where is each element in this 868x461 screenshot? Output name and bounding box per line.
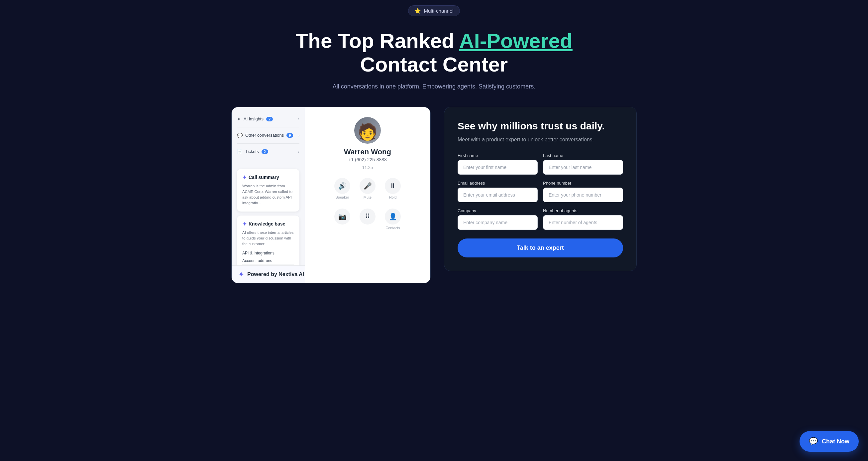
top-badge-container: ⭐ Multi-channel bbox=[0, 0, 868, 19]
sidebar-item-tickets[interactable]: 📄 Tickets 2 › bbox=[231, 145, 305, 158]
company-input[interactable] bbox=[458, 215, 538, 230]
mute-label: Mute bbox=[364, 195, 372, 199]
sidebar-item-ai-insights[interactable]: ✦ AI insights 2 › bbox=[231, 112, 305, 126]
form-row-contact: Email address Phone number bbox=[458, 181, 623, 202]
sidebar-item-other-conversations[interactable]: 💬 Other conversations 9 › bbox=[231, 129, 305, 142]
contact-name: Warren Wong bbox=[344, 148, 391, 156]
divider bbox=[237, 127, 300, 127]
sparkle-icon: ✦ bbox=[242, 174, 247, 181]
agents-label: Number of agents bbox=[543, 208, 623, 213]
chevron-right-icon: › bbox=[298, 133, 300, 138]
phone-controls-row2: 📷 ⠿ 👤 Contacts bbox=[334, 208, 401, 230]
video-btn-group: 📷 bbox=[334, 208, 350, 230]
speaker-label: Speaker bbox=[336, 195, 349, 199]
avatar-face: 🧑 bbox=[358, 124, 377, 140]
powered-by-label: Powered by Nextiva AI bbox=[247, 271, 304, 278]
first-name-input[interactable] bbox=[458, 160, 538, 175]
dialpad-button[interactable]: ⠿ bbox=[360, 208, 375, 225]
mockup-inner: ✦ AI insights 2 › 💬 Other conversations … bbox=[231, 107, 430, 283]
first-name-field: First name bbox=[458, 153, 538, 175]
speaker-btn-group: 🔊 Speaker bbox=[334, 178, 350, 199]
mockup-left-col: ✦ AI insights 2 › 💬 Other conversations … bbox=[231, 107, 305, 283]
form-row-name: First name Last name bbox=[458, 153, 623, 175]
multichannel-badge: ⭐ Multi-channel bbox=[408, 5, 460, 16]
tickets-badge: 2 bbox=[261, 149, 268, 154]
form-heading: See why millions trust us daily. bbox=[458, 120, 623, 132]
phone-controls-row1: 🔊 Speaker 🎤 Mute ⏸ Hold bbox=[334, 178, 401, 199]
company-label: Company bbox=[458, 208, 538, 213]
mockup-sidebar: ✦ AI insights 2 › 💬 Other conversations … bbox=[231, 107, 305, 164]
ui-mockup-panel: ✦ AI insights 2 › 💬 Other conversations … bbox=[231, 107, 431, 284]
form-subheading: Meet with a product expert to unlock bet… bbox=[458, 136, 623, 144]
list-item: Account add-ons bbox=[242, 257, 294, 265]
hold-button[interactable]: ⏸ bbox=[385, 178, 401, 194]
chevron-right-icon: › bbox=[298, 117, 300, 121]
last-name-field: Last name bbox=[543, 153, 623, 175]
contacts-button[interactable]: 👤 bbox=[385, 208, 401, 225]
knowledge-base-title: ✦ Knowledge base bbox=[242, 221, 294, 227]
email-field: Email address bbox=[458, 181, 538, 202]
hero-title: The Top Ranked AI-PoweredContact Center bbox=[7, 29, 861, 77]
phone-field: Phone number bbox=[543, 181, 623, 202]
divider bbox=[237, 143, 300, 144]
phone-label: Phone number bbox=[543, 181, 623, 185]
phone-input[interactable] bbox=[543, 188, 623, 202]
other-conversations-label: Other conversations bbox=[245, 133, 284, 138]
tickets-icon: 📄 bbox=[237, 149, 243, 154]
form-panel: See why millions trust us daily. Meet wi… bbox=[444, 107, 637, 271]
hero-title-plain: The Top Ranked bbox=[296, 29, 459, 52]
last-name-label: Last name bbox=[543, 153, 623, 158]
sidebar-item-left: ✦ AI insights 2 bbox=[237, 116, 273, 122]
sparkle-icon: ✦ bbox=[242, 221, 247, 227]
chat-now-label: Chat Now bbox=[822, 438, 849, 445]
ai-insights-label: AI insights bbox=[244, 116, 264, 121]
contacts-btn-group: 👤 Contacts bbox=[385, 208, 401, 230]
hero-section: The Top Ranked AI-PoweredContact Center … bbox=[0, 19, 868, 93]
email-input[interactable] bbox=[458, 188, 538, 202]
star-icon: ⭐ bbox=[414, 8, 421, 14]
contact-avatar: 🧑 bbox=[354, 117, 381, 144]
badge-label: Multi-channel bbox=[424, 8, 453, 13]
hold-label: Hold bbox=[389, 195, 397, 199]
main-content: ✦ AI insights 2 › 💬 Other conversations … bbox=[202, 93, 666, 304]
hold-btn-group: ⏸ Hold bbox=[385, 178, 401, 199]
nextiva-ai-icon: ✦ bbox=[238, 270, 244, 279]
agents-field: Number of agents bbox=[543, 208, 623, 230]
call-summary-card: ✦ Call summary Warren is the admin from … bbox=[237, 169, 300, 211]
hero-title-highlight: AI-Powered bbox=[459, 29, 572, 52]
form-row-company: Company Number of agents bbox=[458, 208, 623, 230]
call-summary-text: Warren is the admin from ACME Corp. Warr… bbox=[242, 183, 294, 206]
list-item: API & Integrations bbox=[242, 250, 294, 257]
call-time: 11:25 bbox=[362, 165, 373, 170]
speaker-button[interactable]: 🔊 bbox=[334, 178, 350, 194]
chevron-right-icon: › bbox=[298, 149, 300, 154]
email-label: Email address bbox=[458, 181, 538, 185]
dialpad-btn-group: ⠿ bbox=[360, 208, 375, 230]
chat-bubble-icon: 💬 bbox=[809, 437, 818, 446]
hero-subtitle: All conversations in one platform. Empow… bbox=[7, 83, 861, 90]
conversations-badge: 9 bbox=[286, 133, 293, 138]
mute-btn-group: 🎤 Mute bbox=[360, 178, 375, 199]
sidebar-item-left: 💬 Other conversations 9 bbox=[237, 133, 293, 138]
talk-to-expert-button[interactable]: Talk to an expert bbox=[458, 238, 623, 257]
contacts-label: Contacts bbox=[385, 226, 400, 230]
sidebar-item-left: 📄 Tickets 2 bbox=[237, 149, 268, 154]
tickets-label: Tickets bbox=[245, 149, 259, 154]
company-field: Company bbox=[458, 208, 538, 230]
video-button[interactable]: 📷 bbox=[334, 208, 350, 225]
ai-insights-badge: 2 bbox=[266, 117, 273, 121]
conversations-icon: 💬 bbox=[237, 133, 243, 138]
ai-insights-icon: ✦ bbox=[237, 116, 241, 122]
knowledge-base-intro: AI offers these internal articles to gui… bbox=[242, 230, 294, 247]
mute-button[interactable]: 🎤 bbox=[360, 178, 375, 194]
contact-phone: +1 (602) 225-8888 bbox=[348, 157, 387, 162]
agents-input[interactable] bbox=[543, 215, 623, 230]
first-name-label: First name bbox=[458, 153, 538, 158]
call-summary-title: ✦ Call summary bbox=[242, 174, 294, 181]
last-name-input[interactable] bbox=[543, 160, 623, 175]
chat-now-button[interactable]: 💬 Chat Now bbox=[800, 431, 859, 452]
phone-panel: 🧑 Warren Wong +1 (602) 225-8888 11:25 🔊 … bbox=[305, 107, 430, 283]
